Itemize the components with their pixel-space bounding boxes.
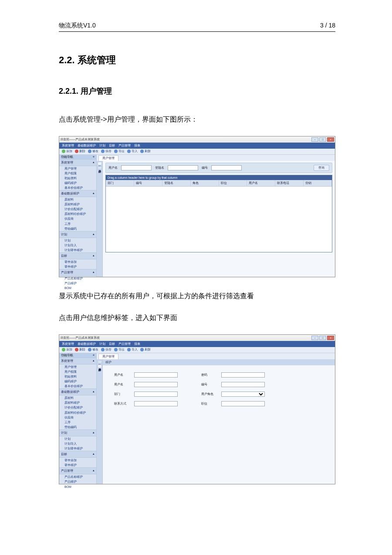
user-input[interactable] (134, 372, 178, 378)
search-button[interactable]: 查询 (314, 165, 329, 171)
nav-item[interactable]: 原材料 (59, 197, 96, 202)
login-input[interactable] (134, 382, 178, 387)
nav-item[interactable]: 产品维护 (59, 479, 96, 484)
tab-user-management[interactable]: 用户管理 (98, 155, 118, 161)
nav-item[interactable]: 工序 (59, 420, 96, 425)
import-button[interactable]: 导入 (127, 347, 138, 352)
grid-column-header[interactable]: 角色 (191, 180, 219, 186)
import-button[interactable]: 导入 (127, 149, 138, 153)
edit-button[interactable]: 修改 (88, 149, 98, 153)
menu-item[interactable]: 系统管理 (62, 143, 74, 148)
nav-item[interactable]: 基本价值维护 (59, 185, 96, 190)
filter-login-input[interactable] (168, 165, 198, 170)
nav-item[interactable]: 原材料特价维护 (59, 410, 96, 415)
nav-item[interactable]: 计划 (59, 436, 96, 441)
maximize-button[interactable]: □ (319, 137, 326, 142)
add-button[interactable]: 添加 (62, 149, 72, 153)
nav-item[interactable]: BOM (59, 286, 96, 290)
nav-item[interactable]: 零件添加 (59, 458, 96, 463)
nav-item[interactable]: 零件添加 (59, 259, 96, 264)
nav-item[interactable]: 计价分配维护 (59, 207, 96, 211)
save-button[interactable]: 保存 (101, 149, 112, 153)
grid-column-header[interactable]: 编号 (134, 180, 162, 186)
nav-item[interactable]: 产品名称维护 (59, 474, 96, 479)
grid-column-header[interactable]: 联系电话 (275, 180, 304, 186)
nav-group-title[interactable]: 基础数据维护▴ (59, 190, 96, 197)
nav-group-title[interactable]: 系统管理▴ (59, 159, 96, 166)
nav-group-title[interactable]: 产品管理▴ (59, 467, 96, 474)
nav-group-title[interactable]: 计划▴ (59, 429, 96, 436)
edit-button[interactable]: 修改 (88, 347, 98, 352)
maximize-button[interactable]: □ (319, 336, 326, 340)
minimize-button[interactable]: – (311, 336, 318, 340)
grid-column-header[interactable]: 登陆名 (162, 180, 191, 186)
nav-item[interactable]: 工序 (59, 221, 96, 226)
grid-column-header[interactable]: 用户名 (247, 180, 275, 186)
nav-item[interactable]: 计划零件维护 (59, 248, 96, 252)
refresh-button[interactable]: 刷新 (140, 149, 151, 153)
close-button[interactable]: × (327, 336, 334, 340)
nav-item[interactable]: 供应商 (59, 216, 96, 221)
code-input[interactable] (221, 382, 265, 387)
nav-item[interactable]: 初始资料 (59, 374, 96, 379)
nav-group-title[interactable]: 基础数据维护▴ (59, 388, 96, 395)
menu-item[interactable]: 产品管理 (118, 143, 131, 148)
nav-item[interactable]: 基本价值维护 (59, 384, 96, 388)
menu-item[interactable]: 基础数据维护 (78, 143, 96, 148)
close-button[interactable]: × (327, 137, 334, 142)
nav-item[interactable]: 计价分配维护 (59, 405, 96, 410)
nav-item[interactable]: 劳动编码 (59, 425, 96, 429)
nav-item[interactable]: 原材料维护 (59, 202, 96, 207)
menu-item[interactable]: 基础数据维护 (78, 342, 96, 346)
nav-group-title[interactable]: 系统管理▴ (59, 358, 96, 364)
nav-item[interactable]: 用户权限 (59, 369, 96, 374)
nav-group-title[interactable]: 目标▴ (59, 252, 96, 259)
menu-item[interactable]: 计划 (99, 143, 105, 148)
nav-item[interactable]: 计划 (59, 238, 96, 243)
grid-column-header[interactable]: 职位 (219, 180, 247, 186)
nav-item[interactable]: 初始资料 (59, 176, 96, 180)
menu-item[interactable]: 产品管理 (118, 342, 131, 346)
nav-item[interactable]: 产品维护 (59, 281, 96, 286)
vtab-query[interactable]: 查询 (98, 162, 102, 165)
role-select[interactable] (221, 392, 265, 397)
menu-item[interactable]: 报表 (134, 143, 140, 148)
menu-item[interactable]: 目标 (109, 342, 115, 346)
tab-user-management[interactable]: 用户管理 (98, 354, 118, 359)
minimize-button[interactable]: – (311, 137, 318, 142)
nav-item[interactable]: 编码维护 (59, 379, 96, 384)
nav-item[interactable]: 原材料维护 (59, 400, 96, 405)
collapse-icon[interactable]: « (93, 354, 95, 357)
nav-item[interactable]: 产品名称维护 (59, 276, 96, 281)
menu-item[interactable]: 目标 (109, 143, 115, 148)
nav-item[interactable]: 劳动编码 (59, 226, 96, 231)
nav-group-title[interactable]: 计划▴ (59, 231, 96, 238)
nav-item[interactable]: 零件维护 (59, 463, 96, 467)
collapse-icon[interactable]: « (93, 155, 95, 158)
position-input[interactable] (221, 401, 265, 406)
nav-item[interactable]: 计划导入 (59, 243, 96, 248)
filter-code-input[interactable] (211, 165, 242, 170)
filter-user-input[interactable] (121, 165, 152, 170)
vtab-user-maintain[interactable]: 用户信息维护 (98, 166, 102, 170)
delete-button[interactable]: 删除 (75, 149, 85, 153)
vtab-user-maintain[interactable]: 用户信息维护 (98, 364, 102, 368)
grid-column-header[interactable]: 营销 (304, 180, 332, 186)
password-input[interactable] (221, 372, 265, 378)
dept-input[interactable] (134, 392, 178, 397)
contact-input[interactable] (134, 401, 178, 406)
nav-item[interactable]: 编码维护 (59, 180, 96, 185)
menu-item[interactable]: 计划 (99, 342, 105, 346)
nav-item[interactable]: 供应商 (59, 415, 96, 420)
nav-item[interactable]: 用户管理 (59, 166, 96, 171)
save-button[interactable]: 保存 (101, 347, 112, 352)
nav-item[interactable]: 用户权限 (59, 171, 96, 176)
menu-item[interactable]: 报表 (134, 342, 140, 346)
vtab-query[interactable]: 查询 (98, 360, 102, 364)
export-button[interactable]: 导出 (114, 347, 125, 352)
nav-group-title[interactable]: 产品管理▴ (59, 269, 96, 276)
grid-column-header[interactable]: 部门 (106, 180, 134, 186)
nav-item[interactable]: BOM (59, 484, 96, 489)
refresh-button[interactable]: 刷新 (140, 347, 151, 352)
nav-group-title[interactable]: 目标▴ (59, 451, 96, 458)
